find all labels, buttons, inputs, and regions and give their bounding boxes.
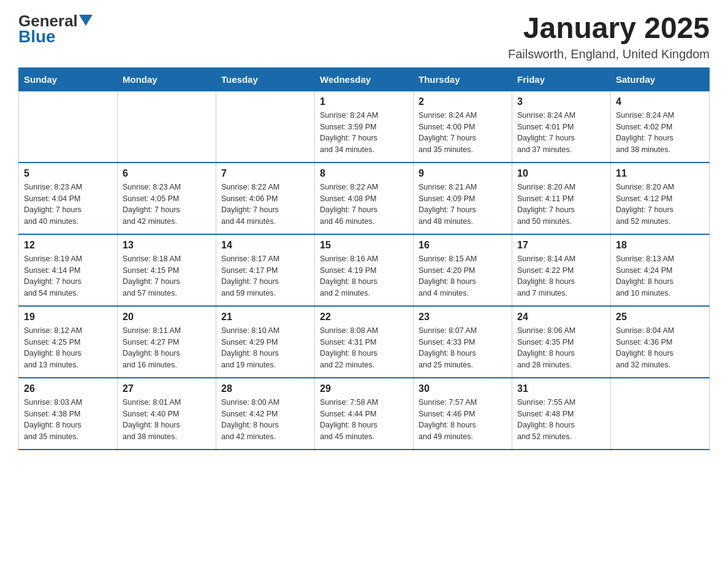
location: Failsworth, England, United Kingdom: [508, 47, 710, 61]
day-info: Sunrise: 8:08 AM Sunset: 4:31 PM Dayligh…: [320, 325, 408, 371]
day-info: Sunrise: 8:06 AM Sunset: 4:35 PM Dayligh…: [517, 325, 605, 371]
calendar-week-1: 1Sunrise: 8:24 AM Sunset: 3:59 PM Daylig…: [19, 91, 710, 163]
day-info: Sunrise: 8:07 AM Sunset: 4:33 PM Dayligh…: [419, 325, 507, 371]
day-info: Sunrise: 8:16 AM Sunset: 4:19 PM Dayligh…: [320, 253, 408, 299]
day-number: 29: [320, 383, 408, 394]
month-title: January 2025: [508, 12, 710, 45]
day-number: 27: [123, 383, 211, 394]
day-number: 1: [320, 96, 408, 107]
header-wednesday: Wednesday: [315, 67, 414, 91]
calendar-cell: 24Sunrise: 8:06 AM Sunset: 4:35 PM Dayli…: [512, 306, 611, 378]
calendar-cell: 25Sunrise: 8:04 AM Sunset: 4:36 PM Dayli…: [611, 306, 710, 378]
day-number: 23: [419, 312, 507, 323]
calendar-cell: [19, 91, 118, 163]
calendar-cell: 4Sunrise: 8:24 AM Sunset: 4:02 PM Daylig…: [611, 91, 710, 163]
calendar-cell: 27Sunrise: 8:01 AM Sunset: 4:40 PM Dayli…: [118, 378, 216, 450]
header-friday: Friday: [512, 67, 611, 91]
title-block: January 2025 Failsworth, England, United…: [508, 12, 710, 61]
day-number: 8: [320, 168, 408, 179]
calendar-cell: 11Sunrise: 8:20 AM Sunset: 4:12 PM Dayli…: [611, 163, 710, 234]
calendar-cell: 12Sunrise: 8:19 AM Sunset: 4:14 PM Dayli…: [19, 234, 118, 306]
logo-arrow-icon: [79, 15, 93, 26]
day-info: Sunrise: 7:57 AM Sunset: 4:46 PM Dayligh…: [419, 397, 507, 443]
calendar-cell: 8Sunrise: 8:22 AM Sunset: 4:08 PM Daylig…: [315, 163, 414, 234]
day-number: 22: [320, 312, 408, 323]
day-info: Sunrise: 8:24 AM Sunset: 4:02 PM Dayligh…: [616, 110, 704, 156]
day-number: 30: [419, 383, 507, 394]
day-number: 14: [221, 240, 309, 251]
day-number: 10: [517, 168, 605, 179]
svg-marker-0: [79, 15, 93, 26]
day-info: Sunrise: 8:12 AM Sunset: 4:25 PM Dayligh…: [24, 325, 112, 371]
calendar-table: SundayMondayTuesdayWednesdayThursdayFrid…: [18, 67, 710, 450]
day-info: Sunrise: 8:22 AM Sunset: 4:06 PM Dayligh…: [221, 182, 309, 228]
day-info: Sunrise: 8:11 AM Sunset: 4:27 PM Dayligh…: [123, 325, 211, 371]
day-number: 28: [221, 383, 309, 394]
logo: General Blue: [18, 12, 93, 46]
day-info: Sunrise: 8:24 AM Sunset: 4:01 PM Dayligh…: [517, 110, 605, 156]
day-info: Sunrise: 8:15 AM Sunset: 4:20 PM Dayligh…: [419, 253, 507, 299]
calendar-cell: 22Sunrise: 8:08 AM Sunset: 4:31 PM Dayli…: [315, 306, 414, 378]
day-number: 20: [123, 312, 211, 323]
day-info: Sunrise: 8:20 AM Sunset: 4:11 PM Dayligh…: [517, 182, 605, 228]
calendar-cell: 7Sunrise: 8:22 AM Sunset: 4:06 PM Daylig…: [216, 163, 315, 234]
day-number: 13: [123, 240, 211, 251]
calendar-cell: 21Sunrise: 8:10 AM Sunset: 4:29 PM Dayli…: [216, 306, 315, 378]
day-info: Sunrise: 8:13 AM Sunset: 4:24 PM Dayligh…: [616, 253, 704, 299]
day-number: 12: [24, 240, 112, 251]
calendar-cell: 1Sunrise: 8:24 AM Sunset: 3:59 PM Daylig…: [315, 91, 414, 163]
logo-blue: Blue: [18, 28, 56, 47]
calendar-cell: 14Sunrise: 8:17 AM Sunset: 4:17 PM Dayli…: [216, 234, 315, 306]
day-number: 15: [320, 240, 408, 251]
day-info: Sunrise: 8:10 AM Sunset: 4:29 PM Dayligh…: [221, 325, 309, 371]
day-info: Sunrise: 8:23 AM Sunset: 4:04 PM Dayligh…: [24, 182, 112, 228]
day-info: Sunrise: 7:58 AM Sunset: 4:44 PM Dayligh…: [320, 397, 408, 443]
calendar-cell: 16Sunrise: 8:15 AM Sunset: 4:20 PM Dayli…: [414, 234, 512, 306]
calendar-cell: 6Sunrise: 8:23 AM Sunset: 4:05 PM Daylig…: [118, 163, 216, 234]
day-info: Sunrise: 8:18 AM Sunset: 4:15 PM Dayligh…: [123, 253, 211, 299]
calendar-cell: 2Sunrise: 8:24 AM Sunset: 4:00 PM Daylig…: [414, 91, 512, 163]
header-saturday: Saturday: [611, 67, 710, 91]
calendar-cell: 20Sunrise: 8:11 AM Sunset: 4:27 PM Dayli…: [118, 306, 216, 378]
day-number: 4: [616, 96, 704, 107]
day-number: 9: [419, 168, 507, 179]
day-number: 3: [517, 96, 605, 107]
header-tuesday: Tuesday: [216, 67, 315, 91]
day-number: 17: [517, 240, 605, 251]
calendar-cell: 13Sunrise: 8:18 AM Sunset: 4:15 PM Dayli…: [118, 234, 216, 306]
calendar-cell: 19Sunrise: 8:12 AM Sunset: 4:25 PM Dayli…: [19, 306, 118, 378]
day-info: Sunrise: 8:04 AM Sunset: 4:36 PM Dayligh…: [616, 325, 704, 371]
day-info: Sunrise: 8:24 AM Sunset: 4:00 PM Dayligh…: [419, 110, 507, 156]
calendar-cell: 23Sunrise: 8:07 AM Sunset: 4:33 PM Dayli…: [414, 306, 512, 378]
day-info: Sunrise: 8:00 AM Sunset: 4:42 PM Dayligh…: [221, 397, 309, 443]
calendar-cell: 28Sunrise: 8:00 AM Sunset: 4:42 PM Dayli…: [216, 378, 315, 450]
day-info: Sunrise: 7:55 AM Sunset: 4:48 PM Dayligh…: [517, 397, 605, 443]
page-header: General Blue January 2025 Failsworth, En…: [18, 12, 710, 61]
day-number: 21: [221, 312, 309, 323]
day-number: 16: [419, 240, 507, 251]
day-info: Sunrise: 8:17 AM Sunset: 4:17 PM Dayligh…: [221, 253, 309, 299]
day-number: 19: [24, 312, 112, 323]
day-info: Sunrise: 8:19 AM Sunset: 4:14 PM Dayligh…: [24, 253, 112, 299]
calendar-cell: 15Sunrise: 8:16 AM Sunset: 4:19 PM Dayli…: [315, 234, 414, 306]
calendar-cell: 29Sunrise: 7:58 AM Sunset: 4:44 PM Dayli…: [315, 378, 414, 450]
calendar-cell: [118, 91, 216, 163]
day-number: 7: [221, 168, 309, 179]
calendar-cell: 9Sunrise: 8:21 AM Sunset: 4:09 PM Daylig…: [414, 163, 512, 234]
day-number: 6: [123, 168, 211, 179]
calendar-header-row: SundayMondayTuesdayWednesdayThursdayFrid…: [19, 67, 710, 91]
calendar-cell: 5Sunrise: 8:23 AM Sunset: 4:04 PM Daylig…: [19, 163, 118, 234]
day-info: Sunrise: 8:23 AM Sunset: 4:05 PM Dayligh…: [123, 182, 211, 228]
calendar-week-2: 5Sunrise: 8:23 AM Sunset: 4:04 PM Daylig…: [19, 163, 710, 234]
calendar-cell: [611, 378, 710, 450]
day-number: 24: [517, 312, 605, 323]
calendar-cell: 18Sunrise: 8:13 AM Sunset: 4:24 PM Dayli…: [611, 234, 710, 306]
day-number: 18: [616, 240, 704, 251]
header-thursday: Thursday: [414, 67, 512, 91]
day-number: 26: [24, 383, 112, 394]
day-number: 5: [24, 168, 112, 179]
calendar-cell: 3Sunrise: 8:24 AM Sunset: 4:01 PM Daylig…: [512, 91, 611, 163]
header-monday: Monday: [118, 67, 216, 91]
day-info: Sunrise: 8:22 AM Sunset: 4:08 PM Dayligh…: [320, 182, 408, 228]
calendar-cell: 30Sunrise: 7:57 AM Sunset: 4:46 PM Dayli…: [414, 378, 512, 450]
